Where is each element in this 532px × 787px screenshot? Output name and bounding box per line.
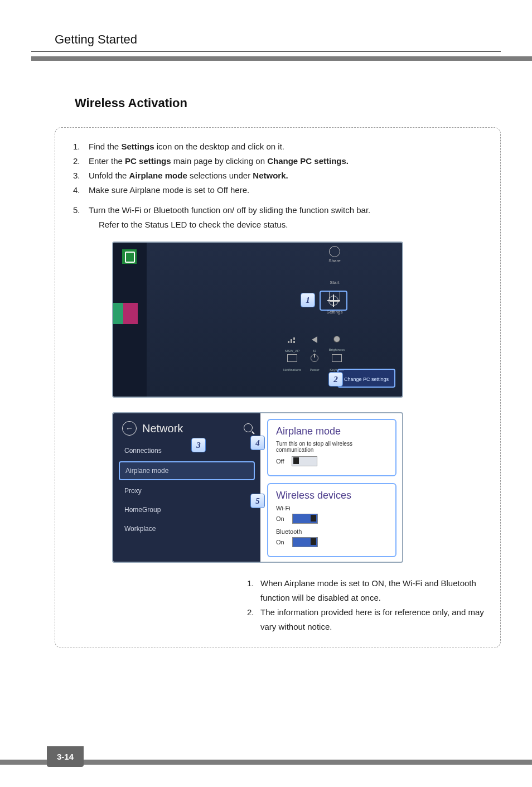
toggle-state-label: Off (276, 458, 284, 465)
settings-content: Airplane mode Turn this on to stop all w… (267, 419, 396, 563)
page-footer: 3-14 (0, 756, 532, 765)
page-number: 3-14 (47, 746, 84, 767)
panel-title: Wireless devices (276, 490, 388, 501)
note-1: 1. When Airplane mode is set to ON, the … (247, 576, 492, 605)
step-number: 5. (63, 204, 89, 217)
page-title: Wireless Activation (75, 96, 501, 110)
step-2: 2. Enter the PC settings main page by cl… (63, 154, 492, 168)
divider-thick (31, 56, 532, 61)
toggle-knob-icon (293, 457, 299, 464)
power-icon (311, 354, 318, 362)
gear-icon (328, 296, 338, 306)
back-button[interactable]: ← (122, 421, 137, 436)
signal-icon (288, 336, 297, 343)
nav-item-homegroup[interactable]: HomeGroup (113, 500, 260, 519)
tile-app-icon (113, 303, 123, 324)
notifications-icon (287, 354, 297, 362)
volume-icon (312, 336, 317, 343)
wifi-toggle-row: On (276, 514, 388, 524)
device-label: Bluetooth (276, 528, 309, 535)
start-icon (330, 269, 340, 279)
quick-keyboard[interactable]: Keyboard (327, 354, 346, 369)
charm-label: Share (328, 258, 340, 263)
step-number: 3. (63, 169, 89, 182)
step-1: 1. Find the Settings icon on the desktop… (63, 140, 492, 153)
instruction-list-2: 5. Turn the Wi-Fi or Bluetooth function … (63, 204, 492, 217)
wifi-row: Wi-Fi (276, 505, 388, 511)
instruction-box: 1. Find the Settings icon on the desktop… (55, 127, 501, 648)
airplane-mode-toggle[interactable] (292, 456, 317, 466)
nav-header: ← Network (113, 421, 260, 441)
step-number: 2. (63, 154, 89, 168)
airplane-toggle-row: Off (276, 456, 388, 466)
quick-volume[interactable]: 67 (305, 336, 324, 351)
note-text: The information provided here is for ref… (260, 605, 492, 634)
brightness-icon (334, 336, 340, 342)
nav-item-workplace[interactable]: Workplace (113, 519, 260, 538)
nav-title: Network (142, 422, 183, 435)
screenshot-settings-charm: Share Start Settings 1 MSW_AP (112, 242, 403, 398)
manual-page: Getting Started Wireless Activation 1. F… (0, 0, 532, 787)
quick-notifications[interactable]: Notifications (283, 354, 302, 369)
callout-3: 3 (191, 438, 206, 452)
notes-list: 1. When Airplane mode is set to ON, the … (247, 576, 492, 634)
step-text: Turn the Wi-Fi or Bluetooth function on/… (89, 204, 492, 217)
quick-power[interactable]: Power (305, 354, 324, 369)
note-text: When Airplane mode is set to ON, the Wi-… (260, 576, 492, 605)
bluetooth-row: Bluetooth (276, 528, 388, 535)
instruction-list: 1. Find the Settings icon on the desktop… (63, 140, 492, 197)
keyboard-icon (332, 354, 342, 362)
search-icon[interactable] (244, 423, 253, 432)
screenshot-network-settings: ← Network Connections Airplane mode Prox… (112, 412, 403, 563)
step-text: Enter the PC settings main page by click… (89, 154, 492, 168)
note-number: 1. (247, 576, 260, 605)
nav-item-airplane-mode[interactable]: Airplane mode (119, 461, 255, 480)
step-number: 1. (63, 140, 89, 153)
change-pc-settings-link[interactable]: Change PC settings (337, 369, 395, 388)
step-text: Find the Settings icon on the desktop an… (89, 140, 492, 153)
charm-start[interactable]: Start (323, 269, 346, 285)
charm-label: Start (330, 280, 340, 285)
share-icon (329, 246, 340, 257)
callout-5: 5 (250, 494, 265, 508)
step-4: 4. Make sure Airplane mode is set to Off… (63, 184, 492, 197)
charm-share[interactable]: Share (323, 246, 346, 263)
toggle-knob-icon (311, 515, 316, 522)
bluetooth-toggle-row: On (276, 537, 388, 547)
wifi-toggle[interactable] (292, 514, 318, 524)
toggle-state-label: On (276, 515, 284, 522)
note-2: 2. The information provided here is for … (247, 605, 492, 634)
section-name: Getting Started (55, 32, 501, 51)
device-label: Wi-Fi (276, 505, 309, 511)
toggle-knob-icon (311, 538, 316, 545)
nav-item-connections[interactable]: Connections (113, 441, 260, 460)
arrow-left-icon: ← (125, 424, 133, 433)
tile-app-icon (122, 249, 137, 264)
note-number: 2. (247, 605, 260, 634)
callout-1: 1 (301, 293, 315, 307)
page-header: Getting Started (55, 32, 501, 51)
charm-settings-highlight[interactable] (320, 291, 347, 311)
step-5-subtext: Refer to the Status LED to check the dev… (99, 218, 492, 231)
charm-label: Settings (322, 310, 347, 315)
step-3: 3. Unfold the Airplane mode selections u… (63, 169, 492, 182)
quick-network[interactable]: MSW_AP (283, 336, 302, 351)
callout-2: 2 (328, 372, 343, 387)
bluetooth-toggle[interactable] (292, 537, 318, 547)
nav-item-proxy[interactable]: Proxy (113, 481, 260, 500)
toggle-state-label: On (276, 539, 284, 545)
panel-description: Turn this on to stop all wireless commun… (276, 441, 388, 453)
quick-brightness[interactable]: Brightness (327, 336, 346, 351)
step-text: Make sure Airplane mode is set to Off he… (89, 184, 492, 197)
wireless-devices-panel: Wireless devices Wi-Fi On Bluetooth On (267, 483, 396, 557)
settings-nav: ← Network Connections Airplane mode Prox… (113, 413, 260, 562)
figure-charms-bar: Share Start Settings 1 MSW_AP (112, 242, 403, 563)
start-tiles-strip (113, 243, 147, 397)
divider (31, 51, 501, 52)
quick-settings-grid: MSW_AP 67 Brightness Notifications Power… (283, 336, 346, 369)
panel-title: Airplane mode (276, 426, 388, 437)
step-number: 4. (63, 184, 89, 197)
callout-4: 4 (250, 436, 265, 450)
link-text: Change PC settings (344, 376, 389, 382)
step-5: 5. Turn the Wi-Fi or Bluetooth function … (63, 204, 492, 217)
